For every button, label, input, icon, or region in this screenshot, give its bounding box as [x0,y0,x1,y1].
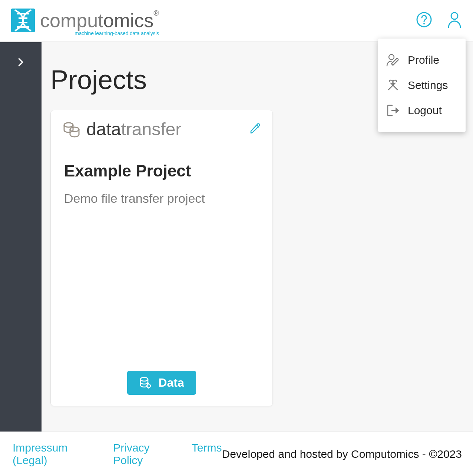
help-button[interactable] [416,11,432,29]
footer-link-terms[interactable]: Terms [192,442,222,467]
svg-point-7 [451,13,458,19]
menu-item-settings-label: Settings [408,79,448,92]
brand-text-1: comput [40,10,103,31]
brand-mark-icon [11,9,35,32]
menu-item-logout-label: Logout [408,104,442,117]
profile-edit-icon [386,53,400,67]
header: computomics® machine learning-based data… [0,0,473,42]
logout-icon [386,103,400,118]
svg-point-8 [64,123,73,127]
header-actions [416,11,462,29]
project-type-text-1: data [86,119,121,139]
datatransfer-icon [62,120,81,139]
edit-project-button[interactable] [249,123,261,136]
sidebar-expand-button[interactable] [16,62,26,69]
pencil-icon [249,123,261,135]
data-button[interactable]: Data [127,371,196,395]
menu-item-logout[interactable]: Logout [386,98,458,123]
svg-point-11 [140,377,148,381]
data-button-label: Data [158,376,184,390]
footer-links: Impressum (Legal) Privacy Policy Terms [13,442,222,467]
user-icon [447,11,462,28]
svg-point-5 [417,13,431,27]
tools-icon [386,78,400,93]
brand-registered: ® [153,9,159,17]
footer-link-legal[interactable]: Impressum (Legal) [13,442,100,467]
svg-point-17 [389,54,394,60]
menu-item-profile-label: Profile [408,54,439,66]
user-button[interactable] [447,11,462,29]
brand-logo[interactable]: computomics® machine learning-based data… [11,9,159,32]
help-icon [416,11,432,28]
brand-wordmark: computomics® machine learning-based data… [40,11,159,30]
project-type-label: datatransfer [62,119,181,139]
sidebar [0,42,42,432]
project-type-text: datatransfer [86,119,181,139]
chevron-right-icon [16,57,26,67]
user-menu: Profile Settings Logout [378,39,466,132]
footer-credit: Developed and hosted by Computomics - ©2… [222,448,462,460]
footer: Impressum (Legal) Privacy Policy Terms D… [0,432,473,476]
footer-link-privacy[interactable]: Privacy Policy [113,442,178,467]
project-card-head: datatransfer [62,119,261,139]
menu-item-settings[interactable]: Settings [386,73,458,98]
brand-tagline: machine learning-based data analysis [75,31,159,36]
data-icon [139,376,152,390]
project-description: Demo file transfer project [62,191,261,206]
project-name: Example Project [62,162,261,180]
menu-item-profile[interactable]: Profile [386,47,458,73]
project-type-text-2: transfer [121,119,181,139]
svg-point-6 [423,23,425,24]
project-card: datatransfer Example Project Demo file t… [50,110,273,406]
svg-point-9 [70,127,79,132]
brand-text-2: omics [103,10,154,31]
